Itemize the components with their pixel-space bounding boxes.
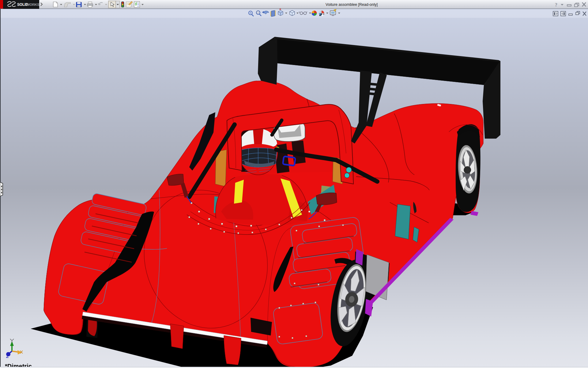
svg-text:?: ? bbox=[555, 2, 557, 7]
svg-text:WORKS: WORKS bbox=[26, 3, 40, 6]
svg-text:Voiture assomblee [Read-only]: Voiture assomblee [Read-only] bbox=[326, 2, 378, 7]
